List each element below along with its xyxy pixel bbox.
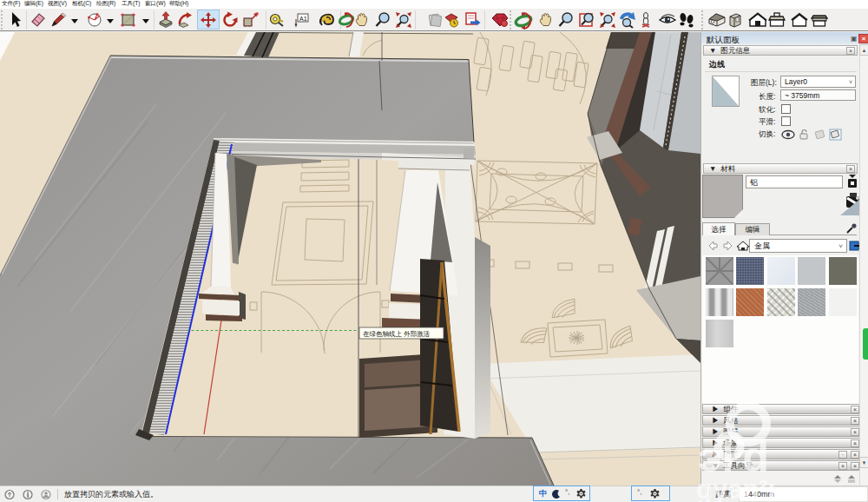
svg-text:A1: A1	[299, 16, 307, 22]
svg-text:在绿色轴线上 外部激活: 在绿色轴线上 外部激活	[363, 330, 431, 338]
